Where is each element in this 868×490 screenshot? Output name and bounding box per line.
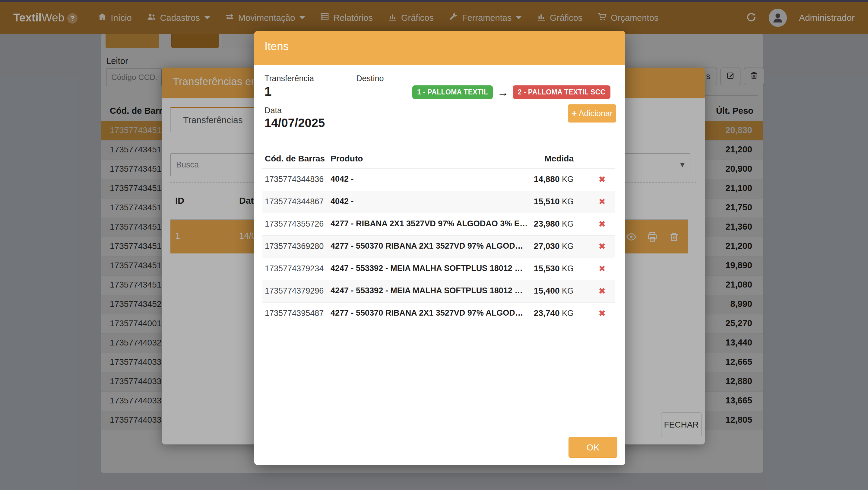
item-product-cell: 4247 - 553392 - MEIA MALHA SOFTPLUS 1801…: [331, 286, 523, 296]
item-row: 1735774379296 4247 - 553392 - MEIA MALHA…: [262, 280, 615, 302]
item-barcode-cell: 1735774355726: [265, 219, 323, 229]
item-barcode-cell: 1735774379296: [265, 286, 323, 296]
remove-item-icon[interactable]: ✖: [599, 308, 606, 318]
transferencia-label: Transferência: [265, 74, 314, 83]
ok-button[interactable]: OK: [568, 437, 617, 458]
transferencia-value: 1: [265, 84, 272, 99]
remove-item-icon[interactable]: ✖: [599, 174, 606, 184]
item-product-cell: 4277 - 550370 RIBANA 2X1 3527VD 97% ALGO…: [331, 241, 523, 251]
itens-modal: Itens Transferência Destino 1 1 - PALLOM…: [254, 31, 625, 465]
itens-modal-header: Itens: [254, 31, 625, 65]
item-measure-cell: 15,510 KG: [534, 197, 574, 206]
item-barcode-cell: 1735774344867: [265, 197, 323, 206]
col-header-medida: Medida: [545, 154, 574, 163]
itens-table-body: 1735774344836 4042 - 14,880 KG ✖ 1735774…: [262, 169, 615, 325]
item-barcode-cell: 1735774369280: [265, 242, 323, 251]
plus-icon: +: [571, 108, 577, 119]
item-product-cell: 4247 - 553392 - MEIA MALHA SOFTPLUS 1801…: [331, 264, 523, 273]
arrow-right-icon: →: [497, 87, 508, 98]
item-measure-cell: 14,880 KG: [534, 174, 574, 184]
remove-item-icon[interactable]: ✖: [599, 197, 606, 207]
item-product-cell: 4277 - RIBANA 2X1 3527VD 97% ALGODAO 3% …: [331, 219, 527, 228]
item-barcode-cell: 1735774379234: [265, 264, 323, 273]
remove-item-icon[interactable]: ✖: [599, 241, 606, 251]
remove-item-icon[interactable]: ✖: [599, 286, 606, 296]
item-product-cell: 4277 - 550370 RIBANA 2X1 3527VD 97% ALGO…: [331, 308, 523, 318]
item-product-cell: 4042 -: [331, 197, 354, 206]
route-badges: 1 - PALLOMA TEXTIL → 2 - PALLOMA TEXTIL …: [412, 85, 611, 99]
item-row: 1735774379234 4247 - 553392 - MEIA MALHA…: [262, 258, 615, 280]
item-measure-cell: 27,030 KG: [534, 241, 574, 251]
itens-modal-title: Itens: [265, 40, 289, 53]
adicionar-button[interactable]: + Adicionar: [568, 104, 616, 123]
divider: [265, 140, 615, 140]
item-row: 1735774369280 4277 - 550370 RIBANA 2X1 3…: [262, 235, 615, 258]
item-barcode-cell: 1735774344836: [265, 175, 323, 184]
item-product-cell: 4042 -: [331, 174, 354, 184]
origin-badge: 1 - PALLOMA TEXTIL: [412, 85, 493, 99]
col-header-produto: Produto: [331, 154, 363, 163]
item-barcode-cell: 1735774395487: [265, 309, 323, 318]
destination-badge: 2 - PALLOMA TEXTIL SCC: [513, 85, 610, 99]
screen: Leitor s Cód. de Barras Últ. Peso 1735: [0, 0, 868, 490]
destino-label: Destino: [356, 74, 384, 83]
data-value: 14/07/2025: [265, 116, 325, 130]
item-measure-cell: 23,740 KG: [534, 308, 574, 318]
item-measure-cell: 23,980 KG: [534, 219, 574, 229]
remove-item-icon[interactable]: ✖: [599, 264, 606, 274]
item-measure-cell: 15,400 KG: [534, 286, 574, 296]
item-measure-cell: 15,530 KG: [534, 264, 574, 273]
item-row: 1735774344836 4042 - 14,880 KG ✖: [262, 169, 615, 191]
item-row: 1735774355726 4277 - RIBANA 2X1 3527VD 9…: [262, 213, 615, 235]
item-row: 1735774344867 4042 - 15,510 KG ✖: [262, 191, 615, 213]
itens-table-header: Cód. de Barras Produto Medida: [262, 153, 615, 169]
data-label: Data: [265, 106, 282, 115]
item-row: 1735774395487 4277 - 550370 RIBANA 2X1 3…: [262, 302, 615, 325]
remove-item-icon[interactable]: ✖: [599, 219, 606, 229]
col-header-codigo: Cód. de Barras: [265, 154, 325, 163]
